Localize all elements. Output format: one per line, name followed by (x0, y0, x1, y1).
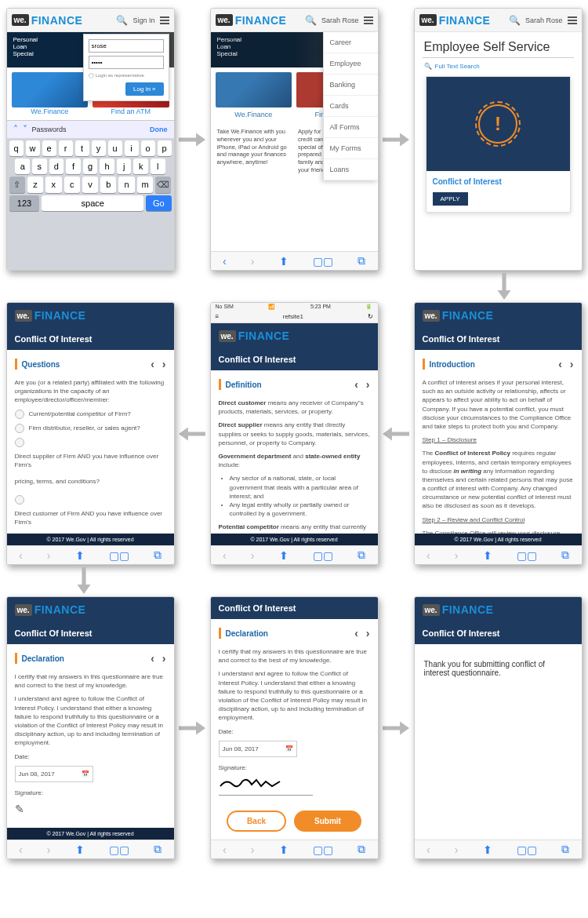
arrow-right-icon (380, 712, 412, 744)
date-input[interactable]: Jun 08, 2017📅 (15, 766, 93, 782)
alert-icon: ! (478, 104, 517, 144)
user-label[interactable]: Sarah Rose (321, 16, 359, 24)
menu-icon[interactable] (364, 16, 373, 24)
arrow-down-icon (495, 271, 514, 302)
screen-thanks: we.FINANCE Conflict Of Interest Thank yo… (414, 596, 583, 859)
screen-ess: we.FINANCE 🔍 Sarah Rose Employee Self Se… (414, 8, 583, 271)
page-title: Employee Self Service (415, 32, 582, 56)
coi-card: ! Conflict of Interest APPLY (426, 76, 571, 213)
screen-menu: we.FINANCE 🔍 Sarah Rose PersonalLoanSpec… (210, 8, 379, 271)
screen-declaration-signed: Conflict Of Interest Declaration ‹› I ce… (210, 596, 379, 859)
card-title: Conflict of Interest (433, 177, 564, 186)
password-input[interactable] (89, 56, 164, 69)
signature-field[interactable] (219, 777, 313, 796)
next-button[interactable]: › (570, 358, 574, 370)
brand: we. FINANCE (12, 14, 83, 27)
search-icon[interactable]: 🔍 (116, 15, 128, 26)
login-button[interactable]: Log in » (125, 82, 163, 96)
back-button[interactable]: Back (227, 811, 286, 832)
thank-you-text: Thank you for submitting conflict of int… (415, 644, 582, 693)
kb-done[interactable]: Done (150, 126, 168, 133)
screen-login: we. FINANCE 🔍 Sign In Personal Loan Spec… (6, 8, 175, 271)
arrow-right-icon (380, 124, 412, 155)
keyboard[interactable]: qwertyuiop asdfghjkl ⇧zxcvbnm⌫ 123spaceG… (7, 138, 174, 270)
menu-item-loans[interactable]: Loans (324, 159, 378, 180)
calendar-icon: 📅 (82, 770, 89, 778)
prev-button[interactable]: ‹ (151, 652, 154, 665)
kb-up-icon[interactable]: ˄ (13, 124, 18, 135)
menu-item-myforms[interactable]: My Forms (324, 138, 378, 159)
menu-item-banking[interactable]: Banking (324, 75, 378, 96)
bookmarks-icon[interactable]: ▢▢ (313, 255, 333, 268)
search-icon: 🔍 (424, 63, 432, 70)
date-input[interactable]: Jun 08, 2017📅 (219, 741, 297, 757)
fwd-icon: › (251, 255, 255, 268)
prev-button[interactable]: ‹ (354, 378, 358, 391)
tabs-icon[interactable]: ⧉ (358, 254, 365, 268)
login-popover: ◯ Login as representative Log in » (83, 34, 169, 101)
arrow-right-icon (176, 124, 208, 155)
radio[interactable] (15, 438, 24, 447)
prev-button[interactable]: ‹ (151, 358, 154, 370)
search-icon[interactable]: 🔍 (509, 15, 521, 26)
passwords-link[interactable]: Passwords (32, 126, 67, 133)
screen-definition: No SIM📶5:23 PM🔋 ≡ refsite1 ↻ we.FINANCE … (210, 302, 379, 565)
safari-toolbar: ‹ › ⬆︎ ▢▢ ⧉ (211, 251, 378, 270)
shift-key: ⇧ (9, 177, 25, 193)
radio[interactable] (15, 495, 24, 505)
next-button[interactable]: › (366, 627, 370, 639)
next-button[interactable]: › (162, 358, 166, 370)
topbar: we. FINANCE 🔍 Sign In (7, 9, 174, 32)
screen-declaration: we.FINANCE Conflict Of Interest Declarat… (6, 596, 175, 859)
keyboard-toolbar: ˄ ˅ Passwords Done (7, 120, 174, 138)
sign-in-link[interactable]: Sign In (132, 16, 154, 24)
username-input[interactable] (89, 39, 164, 53)
arrow-right-icon (176, 712, 208, 744)
menu-item-allforms[interactable]: All Forms (324, 117, 378, 138)
reload-icon[interactable]: ↻ (368, 313, 373, 320)
radio[interactable] (15, 424, 24, 433)
search-input[interactable]: 🔍 Full Text Search (415, 63, 582, 70)
share-icon[interactable]: ⬆︎ (279, 255, 289, 268)
kb-down-icon[interactable]: ˅ (23, 124, 27, 135)
menu-item-career[interactable]: Career (324, 32, 378, 53)
num-key: 123 (9, 195, 40, 211)
arrow-left-icon (380, 418, 412, 450)
submit-button[interactable]: Submit (294, 811, 361, 832)
address-bar[interactable]: ≡ refsite1 ↻ (211, 311, 378, 323)
backspace-key: ⌫ (155, 177, 171, 193)
prev-button[interactable]: ‹ (354, 627, 358, 639)
promo-wefinance[interactable]: We.Finance (12, 72, 89, 115)
calendar-icon: 📅 (285, 745, 293, 753)
apply-button[interactable]: APPLY (433, 192, 468, 206)
signature-edit-icon[interactable]: ✎ (15, 803, 24, 815)
menu-icon[interactable] (160, 16, 169, 24)
radio[interactable] (15, 410, 24, 419)
next-button[interactable]: › (366, 378, 370, 391)
back-icon[interactable]: ‹ (223, 255, 227, 268)
go-key: Go (146, 195, 171, 211)
login-as-rep[interactable]: ◯ Login as representative (89, 72, 164, 78)
reader-icon[interactable]: ≡ (216, 313, 220, 320)
space-key: space (42, 195, 143, 211)
nav-menu: Career Employee Banking Cards All Forms … (323, 32, 378, 180)
arrow-left-icon (176, 418, 208, 450)
next-button[interactable]: › (162, 652, 166, 665)
prev-button[interactable]: ‹ (558, 358, 562, 370)
search-icon[interactable]: 🔍 (305, 15, 317, 26)
screen-questions: we.FINANCE Conflict Of Interest Question… (6, 302, 175, 565)
menu-item-cards[interactable]: Cards (324, 96, 378, 117)
screen-intro: we.FINANCE Conflict Of Interest Introduc… (414, 302, 583, 565)
arrow-down-icon (74, 565, 93, 596)
menu-icon[interactable] (568, 16, 577, 24)
menu-item-employee[interactable]: Employee (324, 53, 378, 75)
